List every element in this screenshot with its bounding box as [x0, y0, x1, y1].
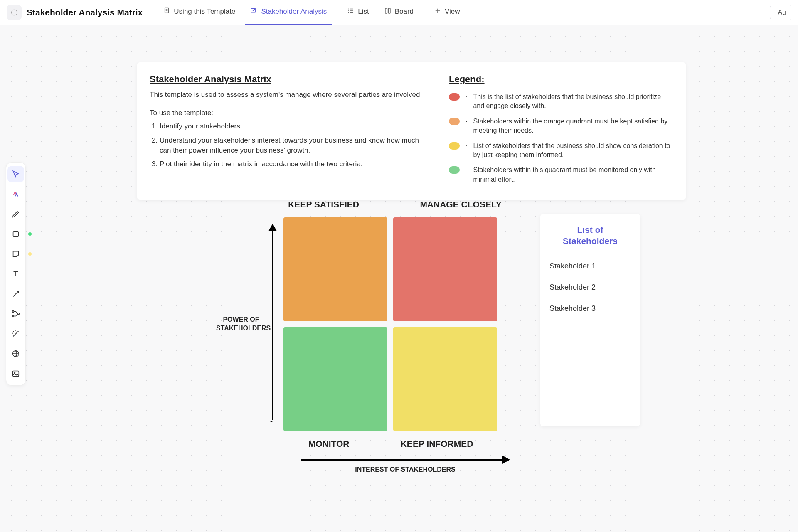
quadrant-keep-satisfied[interactable] [283, 217, 387, 321]
svg-point-10 [12, 315, 14, 317]
tab-label: List [358, 7, 369, 16]
legend-swatch-green [449, 166, 460, 174]
board-icon [384, 7, 392, 17]
divider [153, 7, 153, 18]
shape-color-dot [28, 232, 32, 236]
svg-point-11 [18, 313, 20, 315]
tab-using-template[interactable]: Using this Template [158, 0, 240, 25]
left-toolbar [6, 162, 26, 386]
tab-label: Board [395, 7, 414, 16]
label-monitor: MONITOR [308, 439, 350, 449]
instruction-step: Identify your stakeholders. [160, 121, 424, 131]
tab-label: Using this Template [174, 7, 235, 16]
legend-row: · List of stakeholders that the business… [449, 141, 673, 160]
tool-select[interactable] [7, 166, 24, 182]
instructions-description: This template is used to assess a system… [150, 91, 424, 99]
stakeholder-item[interactable]: Stakeholder 1 [549, 262, 631, 271]
legend-swatch-red [449, 93, 460, 101]
svg-rect-3 [385, 8, 387, 13]
quadrants [283, 217, 497, 431]
tool-mindmap[interactable] [7, 305, 24, 322]
legend-text: Stakeholders within this quadrant must b… [473, 165, 673, 184]
tab-label: View [445, 7, 460, 16]
tool-sticky[interactable] [7, 246, 24, 262]
legend-swatch-orange [449, 118, 460, 125]
tool-pen[interactable] [7, 206, 24, 222]
legend: Legend: · This is the list of stakeholde… [449, 74, 673, 190]
legend-text: This is the list of stakeholders that th… [473, 92, 673, 111]
x-axis-label: INTEREST OF STAKEHOLDERS [278, 466, 532, 474]
svg-rect-13 [13, 371, 19, 377]
label-keep-satisfied: KEEP SATISFIED [288, 200, 359, 209]
svg-rect-8 [13, 232, 19, 237]
instructions-title: Stakeholder Analysis Matrix [150, 74, 424, 85]
stakeholder-item[interactable]: Stakeholder 3 [549, 304, 631, 313]
pen-color-dot [28, 212, 32, 216]
x-axis: INTEREST OF STAKEHOLDERS [278, 459, 532, 474]
legend-text: Stakeholders within the orange quadrant … [473, 117, 673, 135]
tool-text[interactable] [7, 266, 24, 282]
tool-connector[interactable] [7, 286, 24, 302]
tool-shape[interactable] [7, 226, 24, 242]
whiteboard-icon [250, 7, 258, 17]
instruction-step: Understand your stakeholder's interest t… [160, 135, 424, 155]
legend-swatch-yellow [449, 142, 460, 150]
matrix[interactable]: KEEP SATISFIED MANAGE CLOSELY POWER OF S… [216, 200, 532, 474]
list-icon [347, 7, 355, 17]
y-axis: POWER OF STAKEHOLDERS [216, 216, 273, 432]
legend-row: · Stakeholders within the orange quadran… [449, 117, 673, 135]
instructions-card[interactable]: Stakeholder Analysis Matrix This templat… [137, 62, 686, 200]
y-axis-arrow-icon [272, 224, 273, 420]
tool-magic[interactable] [7, 325, 24, 342]
divider [337, 7, 337, 18]
label-keep-informed: KEEP INFORMED [401, 439, 473, 449]
tab-list[interactable]: List [342, 0, 374, 25]
quadrant-monitor[interactable] [283, 327, 387, 431]
tab-stakeholder-analysis[interactable]: Stakeholder Analysis [245, 0, 332, 25]
tool-web[interactable] [7, 345, 24, 362]
tab-add-view[interactable]: View [429, 0, 465, 25]
y-axis-label: POWER OF STAKEHOLDERS [216, 315, 266, 333]
canvas[interactable]: Stakeholder Analysis Matrix This templat… [0, 25, 798, 532]
quadrant-keep-informed[interactable] [393, 327, 497, 431]
matrix-bottom-labels: MONITOR KEEP INFORMED [283, 439, 499, 449]
svg-rect-4 [388, 8, 390, 13]
ai-button[interactable]: Au [770, 5, 791, 20]
plus-icon [434, 7, 441, 17]
label-manage-closely: MANAGE CLOSELY [420, 200, 501, 209]
tab-board[interactable]: Board [379, 0, 419, 25]
tool-image[interactable] [7, 365, 24, 382]
ai-button-label: Au [778, 9, 786, 16]
instructions-subtitle: To use the template: [150, 109, 424, 117]
quadrant-manage-closely[interactable] [393, 217, 497, 321]
stakeholder-item[interactable]: Stakeholder 2 [549, 283, 631, 292]
svg-point-9 [12, 311, 14, 313]
x-axis-arrow-icon [301, 459, 509, 461]
stakeholder-list-card[interactable]: List of Stakeholders Stakeholder 1 Stake… [540, 214, 640, 426]
sticky-color-dot [28, 252, 32, 256]
divider [424, 7, 424, 18]
stakeholder-list-title: List of Stakeholders [549, 224, 631, 247]
legend-row: · Stakeholders within this quadrant must… [449, 165, 673, 184]
tool-ai-shapes[interactable] [7, 186, 24, 202]
tab-label: Stakeholder Analysis [261, 7, 327, 16]
svg-point-0 [11, 10, 17, 15]
matrix-top-labels: KEEP SATISFIED MANAGE CLOSELY [258, 200, 532, 209]
legend-row: · This is the list of stakeholders that … [449, 92, 673, 111]
instruction-step: Plot their identity in the matrix in acc… [160, 159, 424, 169]
instructions-left: Stakeholder Analysis Matrix This templat… [150, 74, 424, 190]
legend-title: Legend: [449, 74, 673, 85]
legend-text: List of stakeholders that the business s… [473, 141, 673, 160]
instructions-steps: Identify your stakeholders. Understand y… [150, 121, 424, 169]
doc-page-icon [163, 7, 170, 17]
topbar: Stakeholder Analysis Matrix Using this T… [0, 0, 798, 25]
doc-title[interactable]: Stakeholder Analysis Matrix [27, 7, 143, 17]
doc-icon[interactable] [7, 5, 22, 20]
